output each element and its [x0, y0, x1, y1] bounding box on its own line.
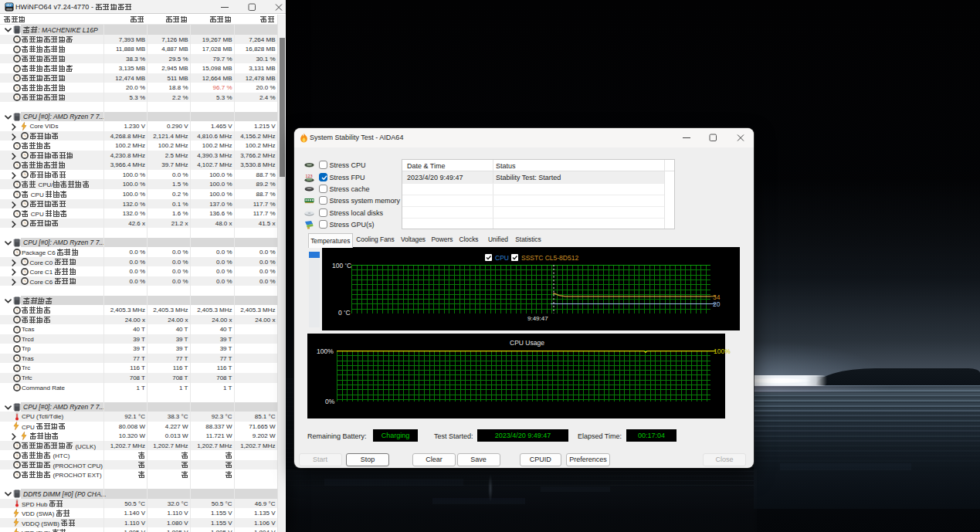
svg-text:123: 123 [306, 173, 313, 178]
